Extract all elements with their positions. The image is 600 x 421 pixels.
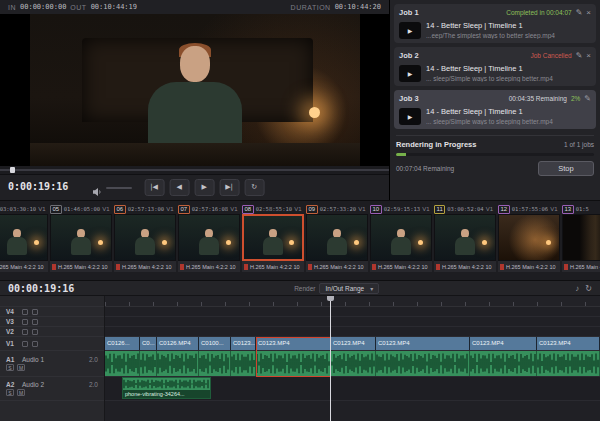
play-reverse-button[interactable]: ◀ [169, 179, 189, 196]
track-enable-icon[interactable] [22, 329, 28, 335]
media-clip[interactable]: 11 03:00:52:04 V1 H.265 Main 4:2:2 10 [434, 204, 496, 280]
audio-clip[interactable] [470, 351, 537, 376]
lock-icon[interactable] [32, 329, 38, 335]
track-enable-icon[interactable] [22, 341, 28, 347]
lock-icon[interactable] [32, 309, 38, 315]
clip-number: 10 [370, 205, 382, 214]
job-path: ... sleep/Simple ways to sleeping better… [426, 118, 553, 125]
timeline-clip[interactable]: C0100... [199, 337, 231, 350]
timeline-clip[interactable]: C0... [140, 337, 157, 350]
track-header-v3[interactable]: V3 [0, 317, 104, 327]
track-header-a1[interactable]: A1 Audio 1 2.0 S M [0, 351, 104, 377]
media-clip-selected[interactable]: 08 02:58:55:10 V1 H.265 Main 4:2:2 10 [242, 204, 304, 280]
timeline-clip[interactable]: C0123.MP4 [537, 337, 600, 350]
render-progress-section: Rendering in Progress 1 of 1 jobs 00:07:… [396, 135, 594, 176]
audio-clip[interactable] [376, 351, 470, 376]
job-title: 14 - Better Sleep | Timeline 1 [426, 64, 553, 73]
track-header-a2[interactable]: A2 Audio 2 2.0 S M [0, 377, 104, 401]
media-clip[interactable]: 13 01:5 H.265 Main 4:2:2 10 [562, 204, 600, 280]
video-frame [30, 14, 360, 166]
codec-label: H.265 Main 4:2:2 10 [186, 264, 236, 270]
loop-button[interactable]: ↻ [244, 179, 264, 196]
audio-clip[interactable] [140, 351, 157, 376]
render-queue-panel: Job 1 Completed in 00:04:07 ✎ × ▶ 14 - B… [390, 0, 600, 200]
edit-job-icon[interactable]: ✎ [584, 95, 591, 103]
timeline-clip[interactable]: C0126... [105, 337, 140, 350]
track-enable-icon[interactable] [22, 309, 28, 315]
audio-clip[interactable] [537, 351, 600, 376]
media-clip[interactable]: 09 02:57:33:20 V1 H.265 Main 4:2:2 10 [306, 204, 368, 280]
track-header-v4[interactable]: V4 [0, 307, 104, 317]
audio-clip[interactable] [105, 351, 140, 376]
seek-position-marker[interactable] [10, 167, 15, 173]
track-lane-v2[interactable] [105, 327, 600, 337]
codec-label: H.265 Main 4:2:2 10 [0, 264, 44, 270]
audio-clip[interactable] [199, 351, 231, 376]
track-enable-icon[interactable] [22, 319, 28, 325]
remove-job-icon[interactable]: × [586, 9, 591, 17]
timeline-clip[interactable]: C0123... [231, 337, 256, 350]
video-viewer[interactable] [0, 14, 389, 166]
media-clip[interactable]: 06 02:57:13:00 V1 H.265 Main 4:2:2 10 [114, 204, 176, 280]
viewer-seekbar[interactable] [0, 166, 389, 174]
speaker-icon[interactable] [92, 183, 102, 201]
mute-button[interactable]: M [17, 364, 25, 371]
audio-clip[interactable] [331, 351, 376, 376]
clip-thumbnail [242, 214, 304, 261]
render-progress-fill [396, 153, 406, 156]
edit-job-icon[interactable]: ✎ [576, 9, 583, 17]
timeline-panel: 00:00:19:16 Render In/Out Range ▾ ♪ ↻ V4 [0, 280, 600, 421]
render-job-card-2[interactable]: Job 2 Job Cancelled ✎ × ▶ 14 - Better Sl… [394, 47, 596, 86]
render-job-card-1[interactable]: Job 1 Completed in 00:04:07 ✎ × ▶ 14 - B… [394, 4, 596, 43]
codec-badge [436, 264, 440, 270]
timeline-clip[interactable]: C0123.MP4 [331, 337, 376, 350]
audio-note-icon[interactable]: ♪ [575, 284, 579, 293]
loop-mode-icon[interactable]: ↻ [585, 284, 592, 293]
edit-job-icon[interactable]: ✎ [576, 52, 583, 60]
remove-job-icon[interactable]: × [586, 52, 591, 60]
audio-clip[interactable] [157, 351, 199, 376]
render-range-dropdown[interactable]: Render In/Out Range ▾ [294, 283, 379, 294]
track-lane-v3[interactable] [105, 317, 600, 327]
timeline-clip-label: C0126... [107, 340, 130, 346]
track-lane-v4[interactable] [105, 307, 600, 317]
lock-icon[interactable] [32, 319, 38, 325]
render-job-card-3[interactable]: Job 3 00:04:35 Remaining 2% ✎ ▶ 14 - Bet… [394, 90, 596, 129]
jump-to-last-button[interactable]: ▶| [219, 179, 239, 196]
track-lane-a2[interactable]: phone-vibrating-34264... [105, 377, 600, 401]
timeline-clip[interactable]: C0123.MP4 [376, 337, 470, 350]
timeline-clip-label: C0123.MP4 [378, 340, 410, 346]
solo-button[interactable]: S [6, 389, 14, 396]
audio-clip-phone[interactable]: phone-vibrating-34264... [122, 377, 211, 399]
media-clip[interactable]: 04 03:03:30:10 V1 H.265 Main 4:2:2 10 [0, 204, 48, 280]
job-title: 14 - Better Sleep | Timeline 1 [426, 21, 555, 30]
track-header-v1[interactable]: V1 [0, 337, 104, 351]
mute-button[interactable]: M [17, 389, 25, 396]
jump-to-first-button[interactable]: |◀ [144, 179, 164, 196]
solo-button[interactable]: S [6, 364, 14, 371]
audio-clip-in-range[interactable] [256, 351, 331, 376]
timeline-ruler[interactable] [105, 296, 600, 307]
media-clip[interactable]: 07 02:57:16:08 V1 H.265 Main 4:2:2 10 [178, 204, 240, 280]
stop-button[interactable]: Stop [538, 161, 594, 176]
media-clip[interactable]: 10 02:59:15:13 V1 H.265 Main 4:2:2 10 [370, 204, 432, 280]
track-lane-v1[interactable]: C0126... C0... C0126.MP4 C0100... C0123.… [105, 337, 600, 351]
out-timecode: 00:10:44:19 [91, 3, 137, 11]
clip-timecode: 02:59:15:13 [384, 206, 420, 212]
playhead[interactable] [330, 296, 331, 421]
timeline-clip[interactable]: C0126.MP4 [157, 337, 199, 350]
play-button[interactable]: ▶ [194, 179, 214, 196]
timeline-clip-in-range[interactable]: C0123.MP4 [256, 337, 331, 350]
audio-clip[interactable] [231, 351, 256, 376]
track-header-v2[interactable]: V2 [0, 327, 104, 337]
timeline-clip[interactable]: C0123.MP4 [470, 337, 537, 350]
job-progress-percent: 2% [571, 95, 580, 102]
track-lane-a1[interactable] [105, 351, 600, 377]
clip-thumbnail [114, 214, 176, 261]
volume-slider[interactable] [106, 187, 132, 189]
media-clip[interactable]: 05 01:46:05:00 V1 H.265 Main 4:2:2 10 [50, 204, 112, 280]
lock-icon[interactable] [32, 341, 38, 347]
media-clip[interactable]: 12 01:57:55:06 V1 H.265 Main 4:2:2 10 [498, 204, 560, 280]
clip-thumbnail [306, 214, 368, 261]
clip-thumbnail [0, 214, 48, 261]
